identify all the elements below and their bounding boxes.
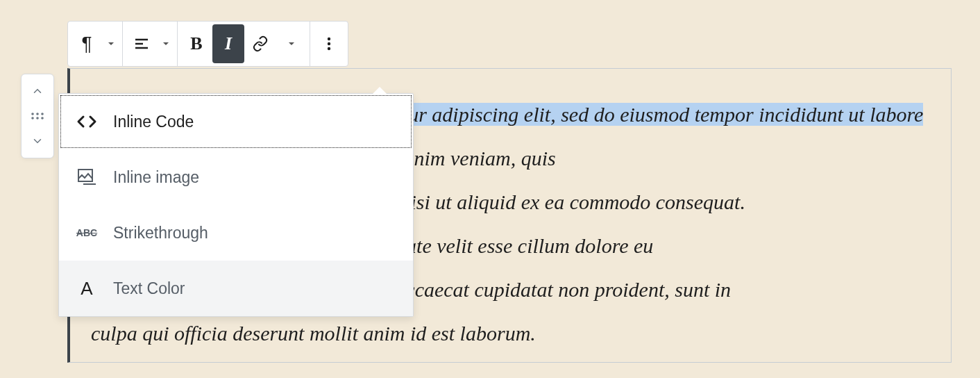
alignment-group	[123, 22, 178, 66]
dropdown-item-label: Inline image	[113, 168, 199, 187]
align-button[interactable]	[126, 24, 158, 63]
more-options-button[interactable]	[313, 24, 345, 63]
caret-down-icon	[287, 40, 296, 48]
text-color-option[interactable]: A Text Color	[59, 261, 413, 316]
format-group: B I	[178, 22, 310, 66]
svg-point-3	[31, 117, 34, 120]
chevron-up-icon	[31, 85, 44, 97]
caret-down-icon	[107, 40, 115, 48]
italic-icon: I	[225, 33, 232, 54]
svg-point-1	[36, 113, 39, 115]
svg-point-5	[41, 117, 44, 120]
more-format-dropdown[interactable]	[276, 24, 307, 63]
drag-icon	[31, 112, 44, 120]
svg-point-4	[36, 117, 39, 120]
text-color-icon: A	[74, 278, 99, 299]
inline-image-option[interactable]: Inline image	[59, 149, 413, 205]
link-icon	[252, 35, 269, 52]
bold-button[interactable]: B	[180, 24, 212, 63]
dropdown-item-label: Inline Code	[113, 113, 194, 131]
pilcrow-icon: ¶	[81, 33, 92, 55]
chevron-down-icon	[31, 135, 44, 147]
block-type-button[interactable]: ¶	[71, 24, 103, 63]
block-type-dropdown[interactable]	[103, 24, 119, 63]
more-group	[310, 22, 348, 66]
svg-point-0	[31, 113, 34, 115]
code-icon	[74, 114, 99, 129]
drag-handle[interactable]	[24, 104, 51, 129]
image-icon	[74, 169, 99, 186]
align-dropdown[interactable]	[158, 24, 174, 63]
move-up-button[interactable]	[24, 79, 51, 104]
italic-button[interactable]: I	[212, 24, 244, 63]
strikethrough-icon: ABC	[74, 227, 99, 238]
format-dropdown-menu: Inline Code Inline image ABC Strikethrou…	[58, 93, 414, 317]
more-vertical-icon	[327, 35, 331, 52]
inline-code-option[interactable]: Inline Code	[59, 94, 413, 149]
dropdown-item-label: Text Color	[113, 279, 185, 298]
align-left-icon	[133, 35, 150, 52]
svg-point-2	[41, 113, 44, 115]
strikethrough-option[interactable]: ABC Strikethrough	[59, 205, 413, 261]
caret-down-icon	[162, 40, 170, 48]
svg-point-9	[328, 38, 330, 40]
svg-point-11	[328, 47, 330, 50]
move-down-button[interactable]	[24, 129, 51, 154]
link-button[interactable]	[244, 24, 276, 63]
block-toolbar: ¶ B I	[67, 21, 348, 67]
block-type-group: ¶	[68, 22, 123, 66]
block-mover	[21, 74, 54, 158]
svg-point-10	[328, 42, 330, 45]
dropdown-item-label: Strikethrough	[113, 224, 208, 243]
bold-icon: B	[190, 33, 202, 54]
